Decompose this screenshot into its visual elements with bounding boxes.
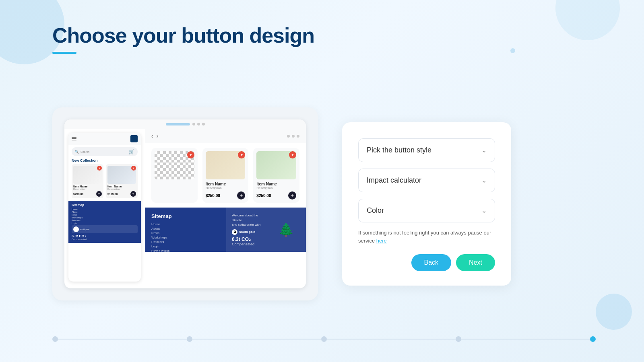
next-button[interactable]: Next bbox=[456, 254, 495, 271]
add-btn-chair[interactable]: + bbox=[237, 191, 245, 200]
tablet-dots bbox=[192, 123, 205, 125]
product-card-plant: ♥ Item Name Description $250.00 + bbox=[253, 148, 299, 203]
sp-icon-lg: 🏔 bbox=[232, 229, 237, 235]
sl-about: About bbox=[151, 227, 220, 230]
co2-amount-lg: 6.3t CO₂ bbox=[232, 237, 267, 242]
product-price-sm-1: $250.00 bbox=[73, 193, 83, 195]
product-desc-chair: Description bbox=[206, 186, 246, 190]
sitemap-links-sm: Home About News Workshops Retailers Logi… bbox=[72, 208, 138, 224]
sl-retailers: Retailers bbox=[151, 240, 220, 244]
content-area: 🔍 Search 🛒 New Collection ♥ Item Name De… bbox=[52, 70, 596, 338]
nav-arrows: ‹ › bbox=[151, 133, 158, 139]
sitemap-badge-sm: 🏔 south pole bbox=[72, 225, 138, 233]
menu-line bbox=[72, 138, 76, 139]
add-btn-sm-1[interactable]: + bbox=[96, 191, 102, 197]
compensated-sm: Compensated bbox=[72, 238, 138, 241]
new-collection-label: New Collection bbox=[72, 158, 138, 162]
sitemap-link-about: About bbox=[72, 211, 83, 213]
page-title: Choose your button design bbox=[52, 24, 596, 47]
progress-dot-3 bbox=[456, 336, 461, 342]
product-heart-1: ♥ bbox=[97, 166, 102, 171]
sitemap-col-sm: Home About News Workshops Retailers Logi… bbox=[72, 208, 83, 224]
progress-line-3 bbox=[461, 339, 590, 339]
blue-banner: Sitemap Home About News Workshops Retail… bbox=[145, 208, 306, 252]
sitemap-section-lg: Sitemap Home About News Workshops Retail… bbox=[145, 208, 226, 252]
tablet-header bbox=[64, 119, 306, 129]
title-underline bbox=[52, 52, 76, 54]
product-name-sm-1: Item Name bbox=[73, 185, 102, 188]
sp-icon-sm: 🏔 bbox=[73, 226, 79, 232]
progress-dot-0 bbox=[52, 336, 58, 342]
dropdown-color[interactable]: Color ⌄ bbox=[358, 199, 495, 222]
south-pole-logo: 🏔 south pole bbox=[232, 229, 267, 235]
tablet-progress-bar bbox=[166, 123, 190, 125]
progress-dot-2 bbox=[321, 336, 327, 342]
product-card-checkered: ♥ bbox=[151, 148, 198, 203]
heart-badge-0: ♥ bbox=[187, 151, 194, 158]
sl-workshops: Workshops bbox=[151, 236, 220, 239]
sp-text-lg: south pole bbox=[239, 230, 255, 234]
dropdown-button-style[interactable]: Pick the button style ⌄ bbox=[358, 138, 495, 162]
nav-arrow-right: › bbox=[157, 133, 159, 139]
add-btn-plant[interactable]: + bbox=[288, 191, 296, 200]
tablet-mockup: 🔍 Search 🛒 New Collection ♥ Item Name De… bbox=[64, 119, 306, 288]
sl-news: News bbox=[151, 231, 220, 235]
dot2 bbox=[197, 123, 200, 125]
product-price-row-2: $115.00 + bbox=[107, 191, 136, 197]
shop-header-bar: ‹ › bbox=[145, 129, 306, 143]
hint-text: If something is not feeling right you ca… bbox=[358, 229, 495, 245]
add-btn-sm-2[interactable]: + bbox=[130, 191, 136, 197]
sitemap-link-home: Home bbox=[72, 208, 83, 210]
sl-home: Home bbox=[151, 222, 220, 226]
search-icon-sm: 🔍 bbox=[75, 150, 79, 154]
phone-product-1: ♥ Item Name Description $250.00 + bbox=[72, 164, 103, 198]
phone-search-bar: 🔍 Search 🛒 bbox=[72, 147, 138, 156]
phone-product-2: ♥ Item Name Description $115.00 + bbox=[106, 164, 138, 198]
carbon-badge-section: We care about the climateand collaborate… bbox=[226, 208, 306, 252]
cart-icon-sm: 🛒 bbox=[128, 149, 134, 154]
product-desc-sm-1: Description bbox=[73, 188, 102, 190]
right-panel: Pick the button style ⌄ Impact calculato… bbox=[342, 122, 596, 286]
co2-amount-sm: 6.3t CO₂ bbox=[72, 234, 138, 238]
dot1 bbox=[192, 123, 195, 125]
phone-header bbox=[68, 133, 141, 145]
preview-card: 🔍 Search 🛒 New Collection ♥ Item Name De… bbox=[52, 107, 318, 300]
header: Choose your button design bbox=[52, 24, 596, 54]
tab-dot2 bbox=[292, 135, 295, 138]
button-row: Back Next bbox=[358, 254, 495, 271]
sl-how: How it works bbox=[151, 249, 220, 253]
progress-line-2 bbox=[327, 339, 456, 339]
phone-products: ♥ Item Name Description $250.00 + ♥ bbox=[68, 164, 141, 198]
products-grid: ♥ ♥ Item Name Description $250.00 + bbox=[145, 143, 306, 208]
product-price-sm-2: $115.00 bbox=[107, 193, 118, 195]
dropdown-button-style-label: Pick the button style bbox=[367, 146, 431, 154]
compensated-lg: Compensated bbox=[232, 242, 267, 246]
dropdown-impact-calculator[interactable]: Impact calculator ⌄ bbox=[358, 169, 495, 192]
product-card-chair: ♥ Item Name Description $250.00 + bbox=[202, 148, 249, 203]
sl-faq: FAQ bbox=[151, 258, 220, 261]
phone-menu-icon bbox=[72, 137, 76, 141]
menu-line bbox=[72, 140, 76, 141]
product-name-sm-2: Item Name bbox=[107, 185, 136, 188]
phone-mockup: 🔍 Search 🛒 New Collection ♥ Item Name De… bbox=[68, 133, 141, 282]
tab-dot3 bbox=[297, 135, 299, 138]
sitemap-link-retailers: Retailers bbox=[72, 219, 83, 222]
progress-line-1 bbox=[192, 339, 321, 339]
sl-consumers: Consumers bbox=[151, 253, 220, 257]
product-name-chair: Item Name bbox=[206, 182, 246, 186]
nav-arrow-left: ‹ bbox=[151, 133, 153, 139]
menu-line bbox=[72, 137, 76, 138]
hint-link[interactable]: here bbox=[376, 238, 387, 244]
back-button[interactable]: Back bbox=[411, 254, 452, 271]
dropdown-color-label: Color bbox=[367, 206, 384, 215]
progress-dot-1 bbox=[187, 336, 192, 342]
product-price-row-chair: $250.00 + bbox=[206, 191, 246, 200]
tree-icon: 🌲 bbox=[278, 222, 294, 237]
south-pole-text-sm: south pole bbox=[80, 228, 89, 230]
sitemap-link-login: Login bbox=[72, 222, 83, 224]
chevron-down-icon-1: ⌄ bbox=[481, 177, 487, 184]
product-price-row-1: $250.00 + bbox=[73, 191, 102, 197]
sl-login: Login bbox=[151, 245, 220, 248]
sitemap-title-lg: Sitemap bbox=[151, 213, 220, 219]
progress-bar-area bbox=[52, 336, 596, 342]
